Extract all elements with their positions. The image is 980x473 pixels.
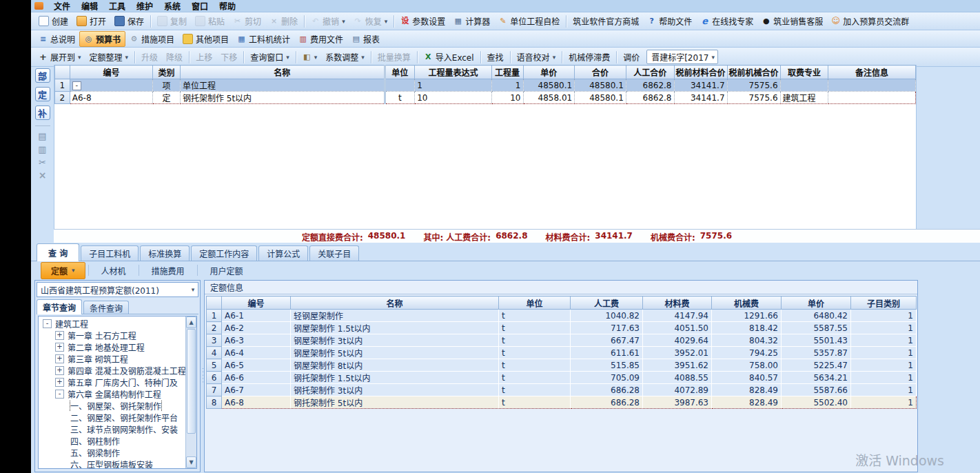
cell-unit[interactable]: t [385,92,415,104]
cell-price[interactable]: 5634.21 [782,372,851,384]
cell-material[interactable]: 4147.94 [643,310,712,322]
tree-item[interactable]: + 第五章 厂库房大门、特种门及 [39,376,185,388]
toolbar-button[interactable] [371,51,371,63]
cell-price[interactable]: 4858.01 [523,92,575,104]
toolbar-button[interactable] [417,51,418,63]
toolbar-button[interactable]: 下移 [216,50,241,64]
toolbar-button[interactable]: 剪切 [229,14,265,28]
query-tab[interactable]: 查 询 [37,243,79,261]
toolbar-button[interactable]: 系数调整 ▾ [321,50,369,64]
quota-row[interactable]: 4 A6-4 钢屋架制作 5t以内 t 611.61 3952.01 794.2… [207,347,917,359]
cell-category[interactable]: 项 [153,79,181,92]
cell-labor[interactable]: 6862.8 [626,79,674,92]
toolbar-button[interactable]: 调价 [619,50,644,64]
tree-scrollbar[interactable]: ▲ ▼ [185,316,196,468]
cell-name[interactable]: 单位工程 [180,79,385,92]
tree-item[interactable]: + 第三章 砌筑工程 [39,353,185,365]
side-toolbar-button[interactable] [38,145,47,154]
toolbar-button[interactable]: 单位工程自检 [494,14,564,28]
query-tab[interactable]: 子目工料机 [81,245,139,261]
expand-toggle-icon[interactable]: - [72,81,81,90]
cell-qty[interactable]: 1 [491,79,523,92]
view-button[interactable]: 总说明 [34,32,79,46]
cell-code[interactable]: - [70,79,152,92]
toolbar-button[interactable]: 帮助文件 [643,14,696,28]
cell-fee-major[interactable] [780,79,828,92]
chapter-tab[interactable]: 章节查询 [37,299,82,314]
tree-item[interactable]: + 第二章 地基处理工程 [39,341,185,353]
tree-item[interactable]: 二、钢屋架、钢托架制作平台 [39,412,185,423]
cell-name[interactable]: 轻钢屋架制作 [291,310,499,322]
toolbar-button[interactable]: 计算器 [449,14,494,28]
cell-machine[interactable]: 828.49 [712,384,782,396]
cell-unit[interactable]: t [499,359,571,372]
toolbar-button[interactable]: 恢复 ▾ [349,14,392,28]
side-toolbar-button[interactable]: 定 [35,87,50,101]
query-tab[interactable]: 关联子目 [309,245,359,261]
query-subtab[interactable]: 定额 ▾ [41,262,85,279]
toolbar-button[interactable]: 批量换算 [374,50,415,64]
toolbar-button[interactable]: 降级 [162,50,187,64]
quota-row[interactable]: 8 A6-8 钢托架制作 5t以内 t 686.28 3987.63 828.4… [207,396,917,409]
toolbar-button[interactable]: 筑业软件官方商城 [569,14,643,28]
cell-fee-major[interactable]: 建筑工程 [780,92,828,104]
query-tab[interactable]: 定额工作内容 [191,245,257,261]
tree-item[interactable]: - 第六章 金属结构制作工程 [39,388,185,400]
view-button[interactable]: 工料机统计 [233,32,294,46]
cell-machine[interactable]: 804.32 [712,334,782,347]
cell-subcategory[interactable]: 1 [851,359,917,372]
cell-name[interactable]: 钢屋架制作 3t以内 [291,334,499,347]
cell-unit[interactable]: t [499,334,571,347]
row-number[interactable]: 2 [207,322,222,334]
cell-material[interactable]: 4088.55 [643,372,712,384]
cell-price[interactable]: 5357.87 [782,347,851,359]
cell-machine[interactable]: 7575.6 [727,79,780,92]
menu-item[interactable]: 帮助 [214,0,241,12]
cell-machine[interactable]: 840.57 [712,372,782,384]
row-number[interactable]: 6 [207,372,222,384]
side-toolbar-button[interactable] [38,158,47,167]
cell-code[interactable]: A6-5 [222,359,291,372]
cell-material[interactable]: 3987.63 [643,396,712,409]
view-button[interactable]: 预算书 [79,31,125,47]
cell-name[interactable]: 钢托架制作 1.5t以内 [291,372,499,384]
menu-item[interactable]: 维护 [131,0,159,12]
row-number[interactable]: 3 [207,334,222,347]
toolbar-button[interactable] [296,51,296,63]
toolbar-button[interactable]: 查询窗口 ▾ [246,50,294,64]
toolbar-button[interactable]: 查找 [483,50,508,64]
row-number[interactable]: 5 [207,359,222,372]
toolbar-button[interactable]: 机械停滞费 [564,50,614,64]
cell-labor[interactable]: 717.63 [571,322,643,334]
toolbar-button[interactable] [480,51,481,63]
cell-code[interactable]: A6-8 [222,396,291,409]
cell-name[interactable]: 钢托架制作 5t以内 [291,396,499,409]
cell-code[interactable]: A6-6 [222,372,291,384]
cell-material[interactable]: 4029.64 [643,334,712,347]
toolbar-button[interactable]: 上移 [192,50,216,64]
cell-code[interactable]: A6-4 [222,347,291,359]
cell-name[interactable]: 钢托架制作 3t以内 [291,384,499,396]
toolbar-button[interactable]: 在线找专家 [696,14,757,28]
cell-name[interactable]: 钢托架制作 5t以内 [180,92,385,104]
side-toolbar-button[interactable] [35,125,50,126]
tree-item[interactable]: 四、钢柱制作 [39,435,185,447]
toolbar-button[interactable] [394,15,394,28]
toolbar-button[interactable]: 参数设置 [396,14,449,28]
row-number[interactable]: 8 [207,396,222,409]
cell-machine[interactable]: 758.00 [712,359,782,372]
toolbar-button[interactable]: 保存 [110,14,148,28]
side-toolbar-button[interactable]: 部 [35,68,50,83]
view-button[interactable]: 其他项目 [178,32,233,46]
tree-toggle-icon[interactable]: + [55,331,64,340]
cell-code[interactable]: A6-7 [222,384,291,396]
tree-item[interactable]: - 建筑工程 [39,318,185,330]
scroll-down-icon[interactable]: ▼ [186,456,196,468]
cell-subcategory[interactable]: 1 [851,384,917,396]
cell-total[interactable]: 48580.1 [575,92,626,104]
tree-item[interactable]: 一、钢屋架、钢托架制作 [39,400,185,412]
cell-labor[interactable]: 6862.8 [626,92,674,104]
cell-subcategory[interactable]: 1 [851,347,917,359]
side-toolbar-button[interactable] [38,171,47,180]
side-toolbar-button[interactable]: 补 [35,105,50,120]
